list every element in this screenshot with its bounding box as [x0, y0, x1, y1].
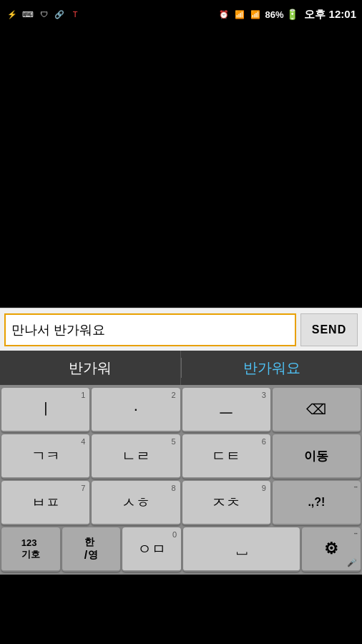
message-input[interactable]: [4, 313, 296, 346]
autocomplete-item-2[interactable]: 반가워요: [182, 351, 362, 385]
keyboard: 1 ㅣ 2 · 3 ㅡ ⌫ 4 ㄱㅋ 5 ㄴㄹ 6 ㄷㅌ 이동: [0, 385, 362, 575]
key-ㄴㄹ[interactable]: 5 ㄴㄹ: [92, 434, 180, 479]
key-space[interactable]: ⎵: [183, 527, 300, 572]
key-dot[interactable]: 2 ·: [92, 388, 180, 432]
autocomplete-bar: 반가워 반가워요: [0, 351, 362, 385]
battery-percent: 86%: [265, 9, 283, 20]
time-display: 오후 12:01: [304, 8, 356, 21]
tasker-icon: T: [69, 9, 82, 19]
link-icon: 🔗: [53, 9, 66, 19]
status-bar: ⚡ ⌨ 🛡 🔗 T ⏰ 📶 📶 86% 🔋 오후 12:01: [0, 0, 362, 29]
main-content-area: [0, 29, 362, 308]
alarm-icon: ⏰: [217, 9, 230, 19]
key-이동[interactable]: 이동: [273, 434, 361, 479]
wifi-icon: 📶: [233, 9, 246, 19]
usb-icon: ⚡: [6, 9, 19, 19]
key-ㅈㅊ[interactable]: 9 ㅈㅊ: [182, 481, 270, 525]
keyboard-row-1: 1 ㅣ 2 · 3 ㅡ ⌫: [1, 388, 361, 432]
key-ㅡ[interactable]: 3 ㅡ: [182, 388, 270, 432]
keyboard-icon: ⌨: [21, 9, 34, 19]
autocomplete-item-1[interactable]: 반가워: [0, 351, 181, 385]
key-backspace[interactable]: ⌫: [273, 388, 361, 432]
send-button[interactable]: SEND: [300, 313, 358, 346]
status-icons-left: ⚡ ⌨ 🛡 🔗 T: [6, 9, 82, 19]
key-ㄷㅌ[interactable]: 6 ㄷㅌ: [182, 434, 270, 479]
keyboard-row-2: 4 ㄱㅋ 5 ㄴㄹ 6 ㄷㅌ 이동: [1, 434, 361, 479]
key-123[interactable]: 123기호: [1, 527, 60, 572]
key-ㅅㅎ[interactable]: 8 ㅅㅎ: [92, 481, 180, 525]
status-info-right: ⏰ 📶 📶 86% 🔋 오후 12:01: [217, 8, 356, 21]
mic-icon: 🎤: [347, 558, 357, 567]
key-ㅇㅁ[interactable]: 0 ㅇㅁ: [122, 527, 181, 572]
key-ㅂㅍ[interactable]: 7 ㅂㅍ: [1, 481, 89, 525]
battery-icon: 🔋: [286, 9, 298, 20]
shield-icon: 🛡: [37, 9, 50, 19]
key-ㅣ[interactable]: 1 ㅣ: [1, 388, 89, 432]
keyboard-row-3: 7 ㅂㅍ 8 ㅅㅎ 9 ㅈㅊ ··· .,?!: [1, 481, 361, 525]
input-bar: SEND: [0, 308, 362, 351]
signal-icon: 📶: [249, 9, 262, 19]
keyboard-row-4: 123기호 한/영 0 ㅇㅁ ⎵ ··· ⚙ 🎤: [1, 527, 361, 572]
key-ㄱㅋ[interactable]: 4 ㄱㅋ: [1, 434, 89, 479]
key-settings[interactable]: ··· ⚙ 🎤: [302, 527, 361, 572]
key-han-eng[interactable]: 한/영: [62, 527, 121, 572]
key-punctuation[interactable]: ··· .,?!: [273, 481, 361, 525]
gear-icon: ⚙: [324, 540, 338, 558]
